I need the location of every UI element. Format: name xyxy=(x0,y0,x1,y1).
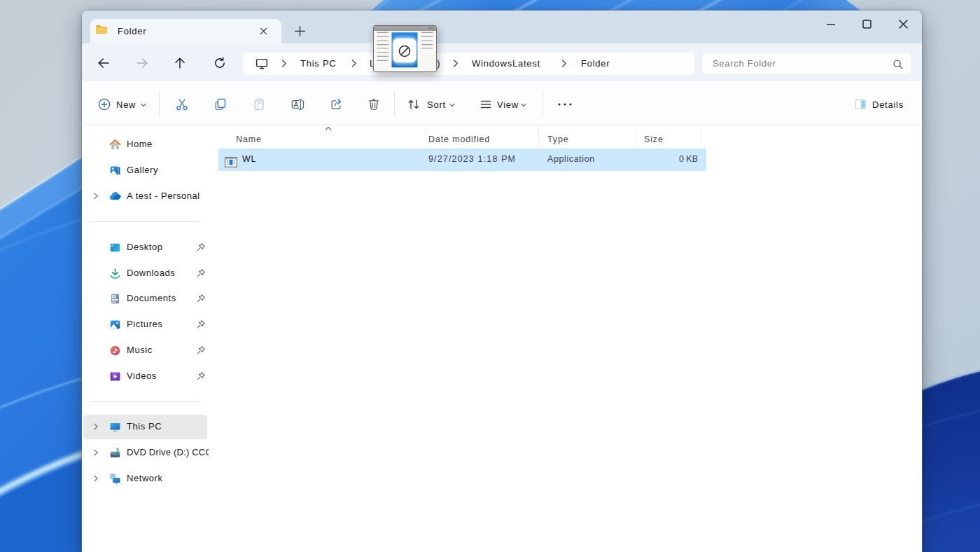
svg-text:A: A xyxy=(294,101,299,109)
